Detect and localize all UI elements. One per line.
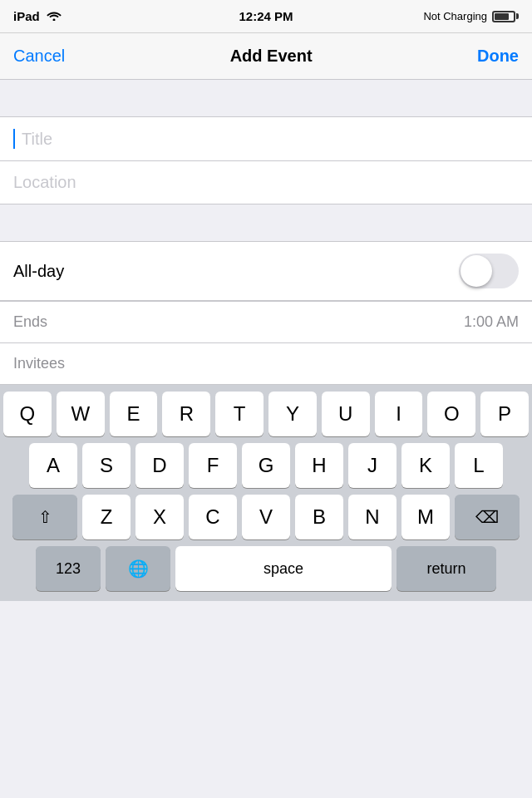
globe-icon: 🌐 <box>128 559 149 579</box>
battery-icon <box>492 11 519 22</box>
nav-bar: Cancel Add Event Done <box>0 33 532 80</box>
key-t[interactable]: T <box>215 392 264 436</box>
key-q[interactable]: Q <box>3 392 52 436</box>
keyboard: Q W E R T Y U I O P A S D F G H J K L ⇧ … <box>0 385 532 601</box>
status-time: 12:24 PM <box>239 9 293 23</box>
key-b[interactable]: B <box>295 495 343 539</box>
toggle-knob <box>461 255 492 287</box>
key-v[interactable]: V <box>242 495 290 539</box>
key-i[interactable]: I <box>375 392 423 436</box>
key-p[interactable]: P <box>480 392 529 436</box>
title-field-row[interactable]: Title <box>0 117 532 161</box>
top-spacer <box>0 80 532 116</box>
key-s[interactable]: S <box>82 443 131 488</box>
key-u[interactable]: U <box>322 392 370 436</box>
return-key[interactable]: return <box>397 546 496 591</box>
key-h[interactable]: H <box>295 443 343 488</box>
status-bar: iPad 12:24 PM Not Charging <box>0 0 532 33</box>
hidden-rows: Ends 1:00 AM Invitees <box>0 301 532 385</box>
backspace-key[interactable]: ⌫ <box>455 495 520 539</box>
done-button[interactable]: Done <box>477 47 519 66</box>
key-o[interactable]: O <box>427 392 475 436</box>
key-z[interactable]: Z <box>82 495 131 539</box>
allday-toggle[interactable] <box>459 254 519 288</box>
allday-row: All-day <box>0 242 532 300</box>
keyboard-row-3: ⇧ Z X C V B N M ⌫ <box>3 495 529 539</box>
backspace-icon: ⌫ <box>475 507 499 527</box>
page-title: Add Event <box>230 47 313 66</box>
location-field-row[interactable]: Location <box>0 161 532 204</box>
key-x[interactable]: X <box>135 495 184 539</box>
invitees-row[interactable]: Invitees <box>0 343 532 385</box>
status-right: Not Charging <box>423 10 519 22</box>
cancel-button[interactable]: Cancel <box>13 47 65 66</box>
keyboard-row-1: Q W E R T Y U I O P <box>3 392 529 436</box>
key-j[interactable]: J <box>348 443 397 488</box>
ends-value: 1:00 AM <box>464 313 519 331</box>
key-g[interactable]: G <box>242 443 290 488</box>
status-left: iPad <box>13 9 62 23</box>
key-l[interactable]: L <box>455 443 503 488</box>
key-c[interactable]: C <box>189 495 237 539</box>
ends-label: Ends <box>13 313 47 331</box>
key-e[interactable]: E <box>110 392 158 436</box>
key-m[interactable]: M <box>401 495 450 539</box>
battery-status-text: Not Charging <box>423 10 487 22</box>
key-w[interactable]: W <box>57 392 105 436</box>
invitees-label: Invitees <box>13 355 65 372</box>
title-input-placeholder[interactable]: Title <box>22 130 519 149</box>
globe-key[interactable]: 🌐 <box>106 546 170 591</box>
key-r[interactable]: R <box>162 392 210 436</box>
key-a[interactable]: A <box>29 443 77 488</box>
keyboard-row-4: 123 🌐 space return <box>3 546 529 591</box>
keyboard-row-2: A S D F G H J K L <box>3 443 529 488</box>
wifi-icon <box>47 9 62 23</box>
numbers-key[interactable]: 123 <box>36 546 101 591</box>
ends-row[interactable]: Ends 1:00 AM <box>0 302 532 343</box>
space-key[interactable]: space <box>175 546 392 591</box>
shift-key[interactable]: ⇧ <box>12 495 77 539</box>
device-name: iPad <box>13 9 40 23</box>
location-input-placeholder[interactable]: Location <box>13 173 519 192</box>
allday-label: All-day <box>13 262 64 281</box>
form-section: Title Location <box>0 116 532 204</box>
shift-icon: ⇧ <box>38 507 52 527</box>
key-f[interactable]: F <box>189 443 237 488</box>
key-n[interactable]: N <box>348 495 397 539</box>
allday-section: All-day <box>0 241 532 301</box>
key-y[interactable]: Y <box>268 392 317 436</box>
section-gap <box>0 204 532 241</box>
key-d[interactable]: D <box>135 443 184 488</box>
text-cursor <box>13 129 15 149</box>
key-k[interactable]: K <box>401 443 450 488</box>
